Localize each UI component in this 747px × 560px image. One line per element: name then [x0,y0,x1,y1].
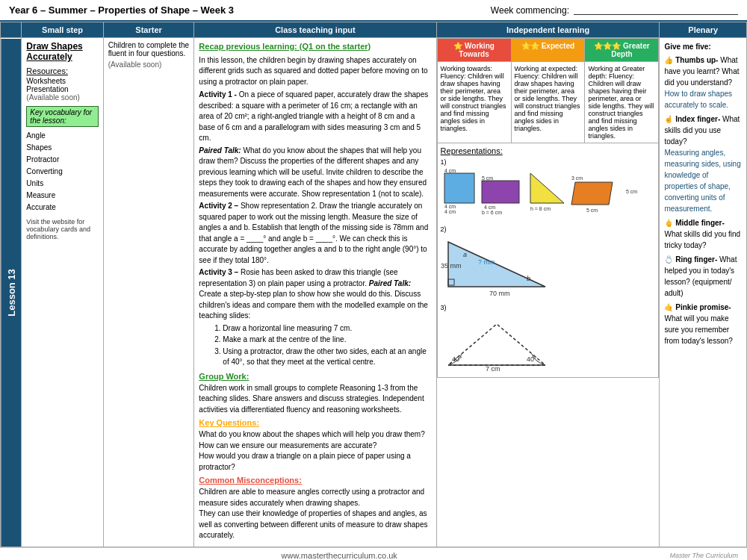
resource-presentation: Presentation [26,85,98,93]
vocab-list: Angle Shapes Protractor Converting Units… [26,130,98,214]
plenary-middle: 🖕 Middle finger- What skills did you fin… [664,217,742,251]
diagram-3-svg: 40° 40° 7 cm [441,313,650,373]
col-header-starter: Starter [103,22,194,38]
svg-text:35 mm: 35 mm [441,262,462,270]
diagram-1: 4 cm 4 cm 4 cm b = 6 cm [441,167,656,221]
plenary-pinkie: 🤙 Pinkie promise- What will you make sur… [664,302,742,346]
expected-header: ⭐⭐ Expected [511,39,585,62]
plenary-intro: Give me five: [664,41,742,52]
resource-note: (Available soon) [26,93,98,102]
misconceptions-label: Common Misconceptions: [199,476,302,485]
svg-text:3 cm: 3 cm [571,175,583,181]
week-commencing-label: Week commencing: [491,5,569,16]
key-questions-label: Key Questions: [199,418,259,427]
resources-list: Worksheets Presentation (Available soon) [26,77,98,102]
key-questions-section: Key Questions: What do you know about th… [199,417,431,473]
step-2: Make a mark at the centre of the line. [223,335,431,346]
col-header-independent: Independent learning [436,22,660,38]
independent-cell: ⭐ Working Towards ⭐⭐ Expected ⭐⭐⭐ Greate… [436,38,660,547]
diagram-2-label: 2) [441,225,656,233]
working-towards-content: Working towards: Fluency: Children will … [437,62,511,143]
misconceptions-text: Children are able to measure angles corr… [199,488,427,539]
teaching-cell: Recap previous learning: (Q1 on the star… [194,38,436,547]
plenary-cell: Give me five: 👍 Thumbs up- What have you… [660,38,747,547]
diagram-1-label: 1) [441,158,656,166]
teaching-intro: In this lesson, the children begin by dr… [199,55,431,88]
activity1: Activity 1 - On a piece of squared paper… [199,90,431,144]
plenary-ring: 💍 Ring finger- What helped you in today'… [664,254,742,299]
svg-text:40°: 40° [452,355,462,363]
working-towards-header: ⭐ Working Towards [437,39,511,62]
svg-rect-0 [444,173,474,203]
svg-text:h = 8 cm: h = 8 cm [530,206,551,211]
svg-text:a: a [463,251,467,258]
svg-text:5 cm: 5 cm [586,208,598,213]
starter-text: Children to complete the fluent in four … [108,41,190,57]
col-header-plenary: Plenary [660,22,747,38]
starter-cell: Children to complete the fluent in four … [103,38,194,547]
small-step-cell: Draw Shapes Accurately Resources: Worksh… [22,38,103,547]
step-1: Draw a horizontal line measuring 7 cm. [223,323,431,335]
visit-text: Visit the website for vocabulary cards a… [26,218,98,240]
resources-label: Resources: [26,66,98,75]
representations-label: Representations: [441,146,656,155]
svg-text:? mm: ? mm [478,258,495,266]
svg-text:b: b [527,275,530,282]
diagram-3: 40° 40° 7 cm [441,313,656,374]
greater-depth-content: Working at Greater depth: Fluency: Child… [585,62,659,143]
kq-2: How can we ensure our measurements are a… [199,441,376,449]
plenary-index-link: Measuring angles, measuring sides, using… [664,149,740,213]
diagram-3-label: 3) [441,304,656,311]
col-header-teaching: Class teaching input [194,22,436,38]
activity2: Activity 2 – Show representation 2. Draw… [199,201,431,266]
expected-content: Working at expected: Fluency: Children w… [511,62,585,143]
group-work-section: Group Work: Children work in small group… [199,371,431,415]
paired-talk-1: Paired Talk: What do you know about the … [199,146,431,200]
representations-cell: Representations: 1) 4 cm 4 cm [437,143,659,378]
svg-text:5 cm: 5 cm [482,175,493,181]
starter-note: (Available soon) [108,60,190,69]
greater-depth-header: ⭐⭐⭐ Greater Depth [585,39,659,62]
svg-text:40°: 40° [527,355,537,363]
svg-text:4 cm: 4 cm [444,204,456,209]
page-title: Year 6 – Summer – Properties of Shape – … [9,4,234,16]
misconceptions-section: Common Misconceptions: Children are able… [199,475,431,541]
svg-text:5 cm: 5 cm [626,189,637,194]
diagram-1-svg: 4 cm 4 cm 4 cm b = 6 cm [441,167,650,220]
key-vocab-label: Key vocabulary for the lesson: [26,106,98,127]
svg-text:7 cm: 7 cm [486,365,500,373]
activity3: Activity 3 – Rosie has been asked to dra… [199,267,431,322]
kq-3: How would you draw a triangle on a plain… [199,452,411,471]
svg-text:70 mm: 70 mm [489,290,510,297]
svg-marker-14 [448,242,545,287]
svg-text:4 cm: 4 cm [444,168,456,173]
svg-text:4 cm: 4 cm [444,209,456,214]
footer-url: www.masterthecurriculum.co.uk [282,551,397,560]
svg-marker-6 [530,173,564,203]
diagram-2-svg: a ? mm 35 mm 70 mm b [441,234,650,298]
plenary-index: ☝️ Index finger- What skills did you use… [664,113,742,214]
svg-rect-3 [482,181,519,203]
group-work-text: Children work in small groups to complet… [199,384,424,414]
recap-label: Recap previous learning: (Q1 on the star… [199,42,371,51]
col-header-small-step: Small step [22,22,103,38]
svg-text:4 cm: 4 cm [484,205,495,210]
group-work-label: Group Work: [199,372,249,381]
svg-marker-8 [571,182,613,205]
plenary-thumb: 👍 Thumbs up- What have you learnt? What … [664,55,742,111]
footer-logo: Master The Curriculum [669,552,738,559]
kq-1: What do you know about the shapes which … [199,430,424,438]
svg-text:b = 6 cm: b = 6 cm [482,210,502,215]
teaching-steps: Draw a horizontal line measuring 7 cm. M… [211,323,431,368]
diagram-2: a ? mm 35 mm 70 mm b [441,234,656,299]
plenary-thumb-link: How to draw shapes accurately to scale. [664,90,732,109]
lesson-title: Draw Shapes Accurately [26,41,98,62]
step-3: Using a protractor, draw the other two s… [223,346,431,368]
resource-worksheets: Worksheets [26,77,98,85]
lesson-number: Lesson 13 [1,38,22,547]
